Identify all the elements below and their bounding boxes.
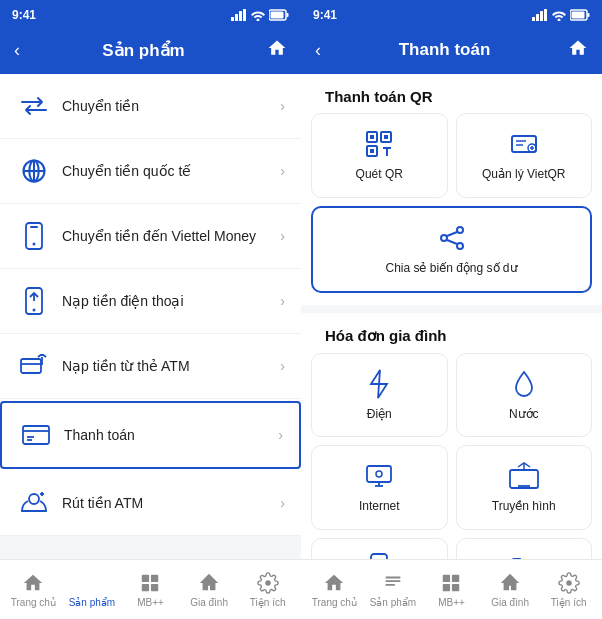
chia-se-icon <box>436 222 468 254</box>
chevron-nap-dt: › <box>280 293 285 309</box>
home-button-right[interactable] <box>568 38 588 63</box>
nav-mb-plus-left[interactable]: MB++ <box>121 560 180 619</box>
home-nav-icon-right <box>323 572 345 594</box>
menu-item-chuyen-tien[interactable]: Chuyển tiền › <box>0 74 301 139</box>
menu-item-chuyen-tien-quoc-te[interactable]: Chuyển tiền quốc tế › <box>0 139 301 204</box>
section-hoa-don: Hóa đơn gia đình Điện <box>301 313 602 559</box>
card-truyen-hinh[interactable]: Truyền hình <box>456 445 593 530</box>
mb-plus-nav-icon-right <box>440 572 462 594</box>
gia-dinh-nav-icon-left <box>198 572 220 594</box>
nav-san-pham-left[interactable]: Sản phẩm <box>63 560 122 619</box>
card-internet[interactable]: Internet <box>311 445 448 530</box>
svg-rect-59 <box>367 466 391 482</box>
qr-grid: Quét QR Quản lý VietQR <box>311 113 592 293</box>
gia-dinh-nav-icon-right <box>499 572 521 594</box>
card-quet-qr[interactable]: Quét QR <box>311 113 448 198</box>
svg-rect-74 <box>443 583 450 590</box>
hoa-don-section-title: Hóa đơn gia đình <box>311 313 592 353</box>
card-chia-se-bien-dong[interactable]: Chia sẻ biến động số dư <box>311 206 592 293</box>
nav-mb-plus-right[interactable]: MB++ <box>422 560 481 619</box>
home-button-left[interactable] <box>267 38 287 63</box>
chevron-rut-atm: › <box>280 495 285 511</box>
nav-san-pham-label-right: Sản phẩm <box>370 597 416 608</box>
svg-point-31 <box>265 580 271 586</box>
section-qr: Thanh toán QR <box>301 74 602 305</box>
card-dien-thoai-co-dinh[interactable]: Điện thoại cố định <box>456 538 593 559</box>
nav-trang-chu-label-right: Trang chủ <box>312 597 357 608</box>
quet-qr-label: Quét QR <box>356 166 403 183</box>
svg-line-57 <box>447 240 457 244</box>
back-button-right[interactable]: ‹ <box>315 40 321 61</box>
nap-atm-label: Nạp tiền từ thẻ ATM <box>62 358 280 374</box>
time-left: 9:41 <box>12 8 36 22</box>
nav-san-pham-label-left: Sản phẩm <box>69 597 115 608</box>
battery-icon-right <box>570 9 590 21</box>
nav-tien-ich-left[interactable]: Tiện ích <box>238 560 297 619</box>
card-nuoc[interactable]: Nước <box>456 353 593 438</box>
menu-item-rut-atm[interactable]: Rút tiền ATM › <box>0 471 301 536</box>
nav-gia-dinh-left[interactable]: Gia đình <box>180 560 239 619</box>
svg-marker-58 <box>371 370 387 398</box>
rut-atm-icon <box>16 485 52 521</box>
nav-gia-dinh-right[interactable]: Gia đình <box>481 560 540 619</box>
menu-item-nap-atm[interactable]: Nạp tiền từ thẻ ATM › <box>0 334 301 399</box>
back-button-left[interactable]: ‹ <box>14 40 20 61</box>
home-nav-icon-left <box>22 572 44 594</box>
svg-rect-29 <box>142 583 149 590</box>
nav-san-pham-right[interactable]: Sản phẩm <box>364 560 423 619</box>
svg-rect-44 <box>370 149 374 153</box>
svg-point-55 <box>457 243 463 249</box>
svg-rect-1 <box>235 14 238 21</box>
svg-rect-20 <box>23 426 49 444</box>
chuyen-tien-qt-icon <box>16 153 52 189</box>
menu-item-thanh-toan[interactable]: Thanh toán › <box>0 401 301 469</box>
svg-point-76 <box>566 580 572 586</box>
nav-gia-dinh-label-right: Gia đình <box>491 597 529 608</box>
viettel-icon <box>16 218 52 254</box>
menu-item-viettel[interactable]: Chuyển tiền đến Viettel Money › <box>0 204 301 269</box>
svg-rect-73 <box>452 574 459 581</box>
chevron-thanh-toan: › <box>278 427 283 443</box>
bottom-nav-left: Trang chủ Sản phẩm MB++ Gia đình Tiện íc… <box>0 559 301 619</box>
thanh-toan-icon <box>18 417 54 453</box>
rut-atm-label: Rút tiền ATM <box>62 495 280 511</box>
signal-icon <box>231 9 247 21</box>
home-icon-right <box>568 38 588 58</box>
svg-rect-42 <box>370 135 374 139</box>
mb-plus-nav-icon-left <box>139 572 161 594</box>
quet-qr-icon <box>363 128 395 160</box>
menu-item-nap-dt[interactable]: Nạp tiền điện thoại › <box>0 269 301 334</box>
status-bar-left: 9:41 <box>0 0 301 28</box>
svg-rect-0 <box>231 17 234 21</box>
bottom-nav-right: Trang chủ Sản phẩm MB++ Gia đình Tiện íc… <box>301 559 602 619</box>
right-phone: 9:41 ‹ Thanh toán <box>301 0 602 619</box>
thanh-toan-content: Thanh toán QR <box>301 74 602 559</box>
nav-trang-chu-left[interactable]: Trang chủ <box>4 560 63 619</box>
header-title-left: Sản phẩm <box>102 40 184 61</box>
card-dien[interactable]: Điện <box>311 353 448 438</box>
nap-atm-icon <box>16 348 52 384</box>
svg-rect-32 <box>532 17 535 21</box>
nav-tien-ich-right[interactable]: Tiện ích <box>539 560 598 619</box>
card-di-dong[interactable]: Di động trả sau <box>311 538 448 559</box>
svg-point-54 <box>457 227 463 233</box>
status-icons-right <box>532 9 590 21</box>
status-bar-right: 9:41 <box>301 0 602 28</box>
svg-point-53 <box>441 235 447 241</box>
nav-gia-dinh-label-left: Gia đình <box>190 597 228 608</box>
nav-trang-chu-right[interactable]: Trang chủ <box>305 560 364 619</box>
nav-trang-chu-label-left: Trang chủ <box>11 597 56 608</box>
chuyen-tien-icon <box>16 88 52 124</box>
svg-rect-75 <box>452 583 459 590</box>
chevron-viettel: › <box>280 228 285 244</box>
svg-rect-37 <box>572 12 585 19</box>
svg-rect-35 <box>544 9 547 21</box>
svg-rect-3 <box>243 9 246 21</box>
menu-content-left: Chuyển tiền › Chuyển tiền quốc tế › <box>0 74 301 559</box>
left-phone: 9:41 ‹ Sản phẩm <box>0 0 301 619</box>
card-quan-ly-vietqr[interactable]: Quản lý VietQR <box>456 113 593 198</box>
wifi-icon <box>251 9 265 21</box>
header-right: ‹ Thanh toán <box>301 28 602 74</box>
home-icon-left <box>267 38 287 58</box>
tien-ich-nav-icon-right <box>558 572 580 594</box>
